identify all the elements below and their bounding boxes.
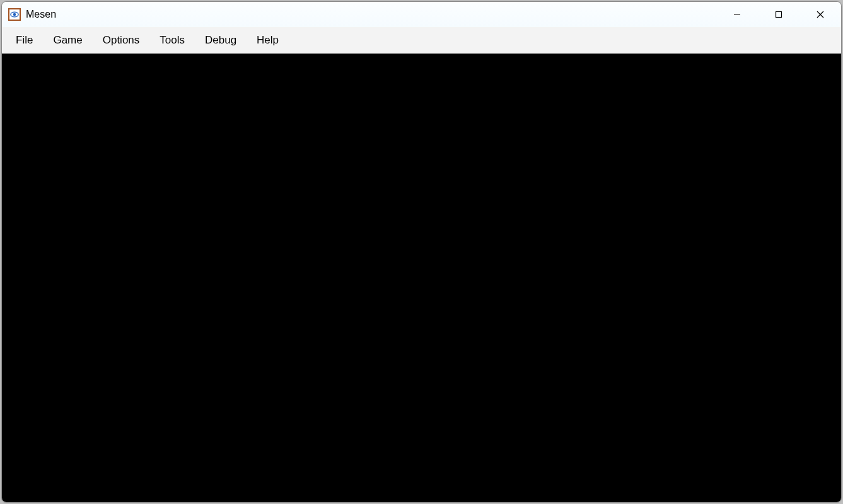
- menu-file[interactable]: File: [6, 29, 43, 52]
- menu-game[interactable]: Game: [43, 29, 92, 52]
- menu-tools[interactable]: Tools: [149, 29, 195, 52]
- minimize-button[interactable]: [716, 2, 758, 27]
- menu-debug[interactable]: Debug: [195, 29, 247, 52]
- maximize-icon: [774, 10, 783, 19]
- close-button[interactable]: [799, 2, 841, 27]
- app-window: Mesen File Game Opt: [1, 1, 842, 503]
- svg-point-1: [13, 13, 16, 16]
- app-icon: [8, 8, 21, 21]
- mesen-eye-icon: [10, 10, 19, 19]
- menu-help[interactable]: Help: [247, 29, 289, 52]
- window-controls: [716, 2, 841, 27]
- app-title: Mesen: [26, 9, 56, 20]
- minimize-icon: [733, 10, 741, 19]
- maximize-button[interactable]: [758, 2, 799, 27]
- svg-rect-3: [776, 12, 782, 18]
- emulator-display[interactable]: [2, 54, 841, 502]
- titlebar-left: Mesen: [8, 8, 56, 21]
- titlebar[interactable]: Mesen: [2, 2, 841, 27]
- close-icon: [816, 10, 825, 19]
- menubar: File Game Options Tools Debug Help: [2, 27, 841, 54]
- menu-options[interactable]: Options: [93, 29, 150, 52]
